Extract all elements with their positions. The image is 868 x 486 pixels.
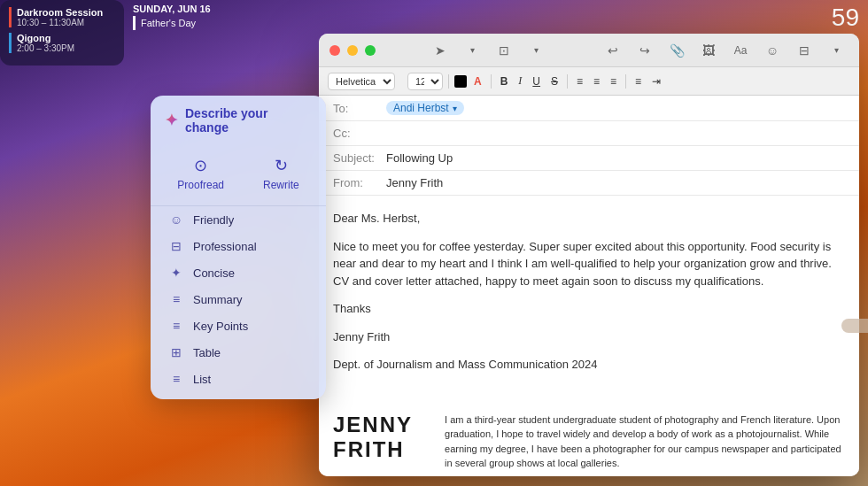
color-swatch[interactable] <box>454 75 467 88</box>
to-label: To: <box>333 102 386 115</box>
sep3 <box>567 74 568 89</box>
list-button[interactable]: ≡ <box>632 74 645 89</box>
cc-input[interactable] <box>386 127 845 140</box>
compose-chevron[interactable]: ▾ <box>523 42 548 59</box>
to-field: To: Andi Herbst ▾ <box>319 96 859 121</box>
minimize-button[interactable] <box>347 45 358 56</box>
compose-button[interactable]: ⊡ <box>492 42 516 59</box>
list-icon: ≡ <box>168 372 184 386</box>
writing-tools-icon: ✦ <box>165 111 178 130</box>
subject-label: Subject: <box>333 151 386 165</box>
redo-button[interactable]: ↪ <box>632 42 657 59</box>
date-header: SUNDAY, JUN 16 <box>133 0 211 18</box>
sep2 <box>491 74 492 89</box>
panel-header: ✦ Describe your change <box>151 96 326 143</box>
calendar-item-qigong: Qigong 2:00 – 3:30PM <box>9 33 115 53</box>
mail-paragraph: Nice to meet you for coffee yesterday. S… <box>333 238 845 290</box>
subject-value: Following Up <box>386 151 453 165</box>
right-edge-widget <box>841 319 868 333</box>
calendar-widget: Darkroom Session 10:30 – 11:30AM Qigong … <box>0 0 124 66</box>
mail-closing: Thanks <box>333 300 845 318</box>
photo-button[interactable]: 🖼 <box>696 42 721 59</box>
menu-item-key-points[interactable]: ≡Key Points <box>154 312 322 339</box>
menu-item-label: Summary <box>193 293 243 306</box>
rewrite-label: Rewrite <box>263 179 299 191</box>
strikethrough-button[interactable]: S <box>547 74 562 89</box>
underline-button[interactable]: U <box>529 74 544 89</box>
mail-body[interactable]: Dear Ms. Herbst, Nice to meet you for co… <box>319 196 859 398</box>
table-icon: ⊞ <box>168 345 184 359</box>
undo-button[interactable]: ↩ <box>601 42 625 59</box>
menu-items-container: ☺Friendly⊟Professional✦Concise≡Summary≡K… <box>151 206 326 392</box>
menu-item-concise[interactable]: ✦Concise <box>154 259 322 286</box>
more-chevron[interactable]: ▾ <box>824 42 849 59</box>
proofread-label: Proofread <box>177 179 224 191</box>
maximize-button[interactable] <box>365 45 376 56</box>
summary-icon: ≡ <box>168 292 184 306</box>
menu-item-label: Professional <box>193 240 257 253</box>
friendly-icon: ☺ <box>168 212 184 227</box>
send-chevron[interactable]: ▾ <box>460 42 484 59</box>
text-color-button[interactable]: A <box>470 74 485 89</box>
italic-button[interactable]: I <box>515 73 525 89</box>
menu-item-table[interactable]: ⊞Table <box>154 339 322 366</box>
menu-item-list[interactable]: ≡List <box>154 366 322 392</box>
mail-signature2: Dept. of Journalism and Mass Communicati… <box>333 356 845 374</box>
emoji-button[interactable]: ☺ <box>760 42 785 59</box>
resume-section: JENNY FRITH I am a third-year student un… <box>319 398 859 477</box>
cc-label: Cc: <box>333 127 386 140</box>
mail-titlebar: ➤ ▾ ⊡ ▾ ↩ ↪ 📎 🖼 Aa ☺ ⊟ ▾ <box>319 34 859 67</box>
menu-item-label: List <box>193 373 211 386</box>
writing-tools-panel: ✦ Describe your change ⊙ Proofread ↻ Rew… <box>151 96 326 399</box>
mail-content: To: Andi Herbst ▾ Cc: Subject: Following… <box>319 96 859 476</box>
menu-item-friendly[interactable]: ☺Friendly <box>154 206 322 233</box>
send-button[interactable]: ➤ <box>428 42 453 59</box>
key points-icon: ≡ <box>168 319 184 333</box>
align-left-button[interactable]: ≡ <box>573 74 586 89</box>
proofread-icon: ⊙ <box>194 156 207 175</box>
font-size-select[interactable]: 12 <box>407 73 443 90</box>
menu-item-label: Table <box>193 346 221 359</box>
mail-greeting: Dear Ms. Herbst, <box>333 210 845 228</box>
font-button[interactable]: Aa <box>728 42 753 59</box>
mail-window: ➤ ▾ ⊡ ▾ ↩ ↪ 📎 🖼 Aa ☺ ⊟ ▾ Helvetica 12 A … <box>319 34 859 476</box>
more-button[interactable]: ⊟ <box>792 42 817 59</box>
from-value: Jenny Frith <box>386 176 443 189</box>
resume-bio: I am a third-year student undergraduate … <box>445 413 845 471</box>
menu-item-label: Friendly <box>193 213 234 227</box>
concise-icon: ✦ <box>168 266 184 280</box>
from-field: From: Jenny Frith <box>319 171 859 196</box>
formatting-toolbar: Helvetica 12 A B I U S ≡ ≡ ≡ ≡ ⇥ <box>319 67 859 96</box>
rewrite-icon: ↻ <box>275 156 288 175</box>
cc-field: Cc: <box>319 121 859 146</box>
align-right-button[interactable]: ≡ <box>607 74 620 89</box>
menu-item-professional[interactable]: ⊟Professional <box>154 233 322 259</box>
professional-icon: ⊟ <box>168 239 184 253</box>
mail-signature1: Jenny Frith <box>333 328 845 346</box>
fathers-day-label: Father's Day <box>133 16 196 30</box>
calendar-item-darkroom: Darkroom Session 10:30 – 11:30AM <box>9 7 115 27</box>
menu-item-summary[interactable]: ≡Summary <box>154 286 322 312</box>
proofread-button[interactable]: ⊙ Proofread <box>167 150 235 197</box>
attach-button[interactable]: 📎 <box>664 42 689 59</box>
from-label: From: <box>333 176 386 189</box>
panel-header-label: Describe your change <box>185 106 312 135</box>
menu-item-label: Concise <box>193 266 235 280</box>
menu-item-label: Key Points <box>193 320 248 333</box>
panel-tools-row: ⊙ Proofread ↻ Rewrite <box>151 143 326 206</box>
align-center-button[interactable]: ≡ <box>590 74 603 89</box>
indent-button[interactable]: ⇥ <box>648 74 664 89</box>
to-recipient[interactable]: Andi Herbst ▾ <box>386 101 464 115</box>
subject-field: Subject: Following Up <box>319 146 859 171</box>
sep4 <box>625 74 626 89</box>
sep1 <box>448 74 449 89</box>
resume-name: JENNY FRITH <box>333 413 413 464</box>
close-button[interactable] <box>329 45 340 56</box>
font-select[interactable]: Helvetica <box>328 73 395 90</box>
rewrite-button[interactable]: ↻ Rewrite <box>252 150 310 197</box>
bold-button[interactable]: B <box>497 74 512 89</box>
desktop-clock: 59 <box>832 4 859 32</box>
